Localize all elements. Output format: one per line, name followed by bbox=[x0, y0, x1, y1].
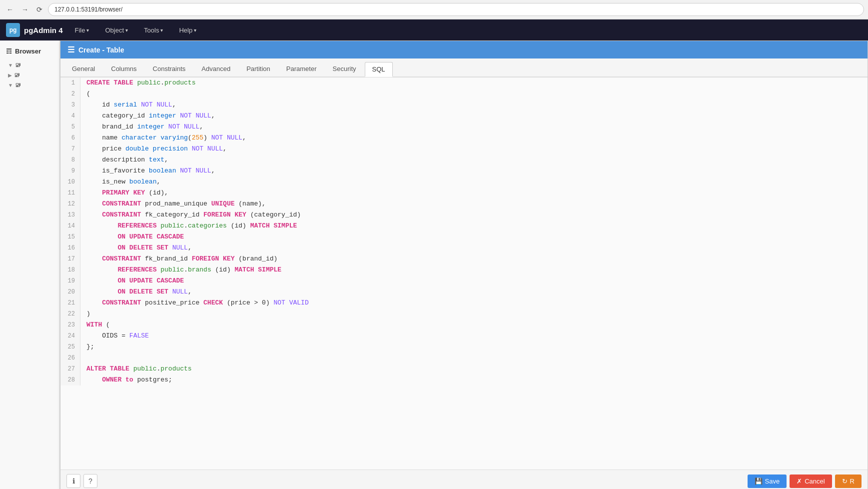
expand-icon-2: ▶ bbox=[8, 72, 12, 78]
forward-button[interactable]: → bbox=[19, 4, 31, 14]
line-code: REFERENCES public.categories (id) MATCH … bbox=[80, 220, 297, 232]
app-title: pgAdmin 4 bbox=[24, 26, 63, 34]
tree-label-2: 🖳 bbox=[14, 72, 20, 78]
back-button[interactable]: ← bbox=[4, 4, 16, 14]
reset-button[interactable]: ↻ R bbox=[835, 474, 862, 488]
browser-toolbar: ← → ⟳ bbox=[0, 0, 868, 19]
table-row: 24 OIDS = FALSE bbox=[60, 330, 868, 342]
line-number: 7 bbox=[60, 144, 80, 154]
reset-icon: ↻ bbox=[842, 478, 848, 485]
line-number: 16 bbox=[60, 242, 80, 254]
tab-constraints[interactable]: Constraints bbox=[145, 62, 193, 76]
table-row: 15 ON UPDATE CASCADE bbox=[60, 232, 868, 242]
line-number: 17 bbox=[60, 254, 80, 264]
line-number: 3 bbox=[60, 100, 80, 110]
table-row: 26 bbox=[60, 352, 868, 364]
line-number: 19 bbox=[60, 276, 80, 286]
line-number: 18 bbox=[60, 264, 80, 276]
line-code: ALTER TABLE public.products bbox=[80, 364, 192, 374]
tree-item-1[interactable]: ▼ 🖳 bbox=[0, 60, 59, 70]
dialog-title: Create - Table bbox=[78, 46, 124, 54]
line-code: ) bbox=[80, 308, 90, 320]
line-number: 1 bbox=[60, 78, 80, 88]
line-number: 9 bbox=[60, 166, 80, 176]
table-row: 19 ON UPDATE CASCADE bbox=[60, 276, 868, 286]
line-code: ON DELETE SET NULL, bbox=[80, 242, 192, 254]
cancel-button[interactable]: ✗ Cancel bbox=[790, 474, 832, 488]
logo-icon: pg bbox=[6, 23, 20, 37]
line-number: 12 bbox=[60, 198, 80, 210]
tree-item-3[interactable]: ▼ 🖳 bbox=[0, 80, 59, 90]
line-code: ( bbox=[80, 88, 90, 100]
help-menu-button[interactable]: Help ▾ bbox=[175, 24, 200, 36]
line-number: 21 bbox=[60, 298, 80, 308]
tab-security[interactable]: Security bbox=[325, 62, 364, 76]
table-row: 13 CONSTRAINT fk_category_id FOREIGN KEY… bbox=[60, 210, 868, 220]
line-number: 26 bbox=[60, 352, 80, 364]
tab-partition[interactable]: Partition bbox=[239, 62, 278, 76]
line-code: is_new boolean, bbox=[80, 176, 160, 188]
info-button[interactable]: ℹ bbox=[66, 474, 80, 488]
table-row: 9 is_favorite boolean NOT NULL, bbox=[60, 166, 868, 176]
line-code: ON UPDATE CASCADE bbox=[80, 232, 184, 242]
browser-chrome: ← → ⟳ bbox=[0, 0, 868, 20]
line-code: CONSTRAINT fk_brand_id FOREIGN KEY (bran… bbox=[80, 254, 277, 264]
sql-editor[interactable]: 1CREATE TABLE public.products2(3 id seri… bbox=[60, 78, 868, 470]
address-bar[interactable] bbox=[48, 3, 864, 16]
line-number: 13 bbox=[60, 210, 80, 220]
table-row: 7 price double precision NOT NULL, bbox=[60, 144, 868, 154]
sidebar-tree: ▼ 🖳 ▶ 🖳 ▼ 🖳 bbox=[0, 58, 59, 92]
line-number: 8 bbox=[60, 154, 80, 166]
tab-sql[interactable]: SQL bbox=[365, 62, 393, 77]
dialog-area: ☰ Create - Table GeneralColumnsConstrain… bbox=[60, 40, 868, 489]
table-row: 6 name character varying(255) NOT NULL, bbox=[60, 132, 868, 144]
table-row: 20 ON DELETE SET NULL, bbox=[60, 286, 868, 298]
tab-parameter[interactable]: Parameter bbox=[279, 62, 324, 76]
tab-advanced[interactable]: Advanced bbox=[194, 62, 238, 76]
table-row: 18 REFERENCES public.brands (id) MATCH S… bbox=[60, 264, 868, 276]
object-menu-arrow: ▾ bbox=[125, 28, 128, 33]
tools-menu-arrow: ▾ bbox=[160, 28, 163, 33]
file-menu-button[interactable]: File ▾ bbox=[71, 24, 93, 36]
tools-menu-button[interactable]: Tools ▾ bbox=[140, 24, 167, 36]
table-row: 12 CONSTRAINT prod_name_unique UNIQUE (n… bbox=[60, 198, 868, 210]
tree-item-2[interactable]: ▶ 🖳 bbox=[0, 70, 59, 80]
create-table-dialog: ☰ Create - Table GeneralColumnsConstrain… bbox=[60, 40, 868, 489]
line-code: is_favorite boolean NOT NULL, bbox=[80, 166, 215, 176]
refresh-button[interactable]: ⟳ bbox=[34, 4, 45, 14]
line-code: price double precision NOT NULL, bbox=[80, 144, 227, 154]
expand-icon-1: ▼ bbox=[8, 62, 13, 68]
line-code: CONSTRAINT positive_price CHECK (price >… bbox=[80, 298, 309, 308]
line-number: 25 bbox=[60, 342, 80, 352]
table-row: 5 brand_id integer NOT NULL, bbox=[60, 122, 868, 132]
footer-left: ℹ ? bbox=[66, 474, 97, 488]
line-number: 2 bbox=[60, 88, 80, 100]
line-code: OWNER to postgres; bbox=[80, 374, 172, 386]
tree-label-1: 🖳 bbox=[15, 62, 21, 68]
help-button[interactable]: ? bbox=[83, 474, 97, 488]
line-code: WITH ( bbox=[80, 320, 110, 330]
line-code: CREATE TABLE public.products bbox=[80, 78, 195, 88]
line-number: 6 bbox=[60, 132, 80, 144]
line-code: OIDS = FALSE bbox=[80, 330, 149, 342]
line-code: category_id integer NOT NULL, bbox=[80, 110, 215, 122]
cancel-icon: ✗ bbox=[797, 478, 802, 485]
line-number: 4 bbox=[60, 110, 80, 122]
line-code: REFERENCES public.brands (id) MATCH SIMP… bbox=[80, 264, 281, 276]
table-row: 3 id serial NOT NULL, bbox=[60, 100, 868, 110]
save-button[interactable]: 💾 Save bbox=[748, 474, 787, 488]
line-number: 23 bbox=[60, 320, 80, 330]
line-number: 28 bbox=[60, 374, 80, 386]
save-icon: 💾 bbox=[755, 478, 763, 485]
tree-label-3: 🖳 bbox=[15, 82, 21, 88]
object-menu-button[interactable]: Object ▾ bbox=[101, 24, 132, 36]
line-code: ON DELETE SET NULL, bbox=[80, 286, 192, 298]
file-menu-arrow: ▾ bbox=[86, 28, 89, 33]
line-code: PRIMARY KEY (id), bbox=[80, 188, 168, 198]
line-code bbox=[80, 352, 86, 364]
tab-general[interactable]: General bbox=[64, 62, 102, 76]
tab-columns[interactable]: Columns bbox=[103, 62, 144, 76]
help-menu-arrow: ▾ bbox=[194, 28, 196, 33]
line-code: brand_id integer NOT NULL, bbox=[80, 122, 203, 132]
line-code: description text, bbox=[80, 154, 168, 166]
